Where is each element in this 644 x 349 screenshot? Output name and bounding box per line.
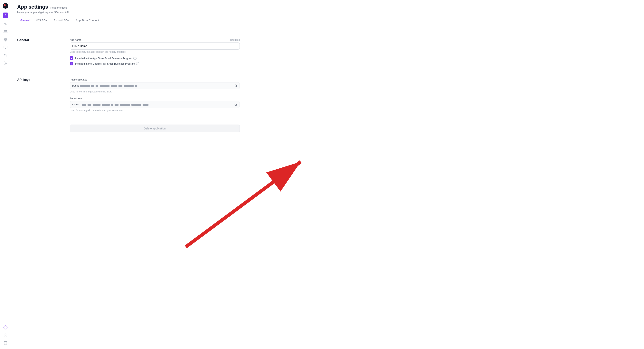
account-icon[interactable] xyxy=(2,332,9,339)
blur-s2 xyxy=(88,104,91,106)
docs-icon[interactable] xyxy=(2,340,9,347)
blur-4 xyxy=(100,85,110,87)
blur-s4 xyxy=(102,104,110,106)
blur-s8 xyxy=(132,104,141,106)
secret-key-text: secret_ xyxy=(72,103,232,106)
integrations-icon[interactable] xyxy=(2,52,9,59)
checkbox-app-store: Included in the App Store Small Business… xyxy=(70,56,240,60)
blur-s1 xyxy=(82,104,86,106)
paywalls-icon[interactable] xyxy=(2,44,9,51)
app-name-label: App name xyxy=(70,38,81,41)
docs-link[interactable]: Read the docs xyxy=(50,6,67,9)
svg-point-11 xyxy=(5,334,6,335)
public-sdk-key-label-row: Public SDK key xyxy=(70,78,240,81)
svg-point-1 xyxy=(4,4,6,6)
api-keys-section-label: API keys xyxy=(17,78,60,112)
api-keys-section-body: Public SDK key public xyxy=(70,78,240,112)
api-keys-section: API keys Public SDK key public xyxy=(17,72,240,118)
svg-rect-13 xyxy=(235,104,236,106)
blur-3 xyxy=(96,85,98,87)
tab-ios-sdk[interactable]: iOS SDK xyxy=(33,17,50,24)
checkbox-google-play: Included in the Google Play Small Busine… xyxy=(70,62,240,66)
page-title: App settings xyxy=(17,4,48,10)
svg-rect-6 xyxy=(4,46,7,48)
users-icon[interactable] xyxy=(2,28,9,35)
public-sdk-key-text: public xyxy=(72,84,232,87)
content-area: General App name Required Used to identi… xyxy=(11,24,246,146)
blur-1 xyxy=(80,85,90,87)
tab-app-store-connect[interactable]: App Store Connect xyxy=(73,17,102,24)
public-sdk-key-label: Public SDK key xyxy=(70,78,87,81)
sidebar: F xyxy=(0,0,11,349)
blur-s3 xyxy=(93,104,100,106)
svg-point-9 xyxy=(4,64,4,64)
blur-s7 xyxy=(120,104,130,106)
tab-general[interactable]: General xyxy=(17,17,33,24)
blur-s9 xyxy=(142,104,148,106)
app-store-help-icon[interactable]: ? xyxy=(134,56,136,60)
general-section-body: App name Required Used to identify the a… xyxy=(70,38,240,66)
blur-6 xyxy=(118,85,122,87)
feeds-icon[interactable] xyxy=(2,60,9,66)
secret-key-field: secret_ xyxy=(70,101,240,108)
svg-point-4 xyxy=(4,38,6,40)
svg-rect-12 xyxy=(235,85,236,87)
sidebar-bottom xyxy=(2,324,9,347)
secret-key-wrapper: secret_ xyxy=(70,101,240,108)
svg-point-5 xyxy=(5,39,6,40)
blur-s6 xyxy=(114,104,118,106)
analytics-icon[interactable] xyxy=(2,20,9,28)
app-name-input[interactable] xyxy=(70,42,240,50)
copy-secret-key-button[interactable] xyxy=(233,102,238,107)
secret-key-label: Secret key xyxy=(70,97,82,100)
app-name-field-label: App name Required xyxy=(70,38,240,41)
blur-s5 xyxy=(111,104,113,106)
targeting-icon[interactable] xyxy=(2,36,9,43)
tab-android-sdk[interactable]: Android SDK xyxy=(50,17,73,24)
page-subtitle: Name your app and get keys for SDK and A… xyxy=(17,11,638,14)
checkbox-group: Included in the App Store Small Business… xyxy=(70,56,240,66)
public-sdk-key-hint: Used for configuring Adapty mobile SDK xyxy=(70,90,240,93)
app-logo[interactable] xyxy=(2,2,9,10)
main-content: App settings Read the docs Name your app… xyxy=(11,0,644,349)
svg-point-2 xyxy=(4,30,6,32)
app-name-required: Required xyxy=(230,38,240,41)
google-play-help-icon[interactable]: ? xyxy=(136,62,139,65)
checkbox-google-play-input[interactable] xyxy=(70,62,73,66)
checkbox-app-store-input[interactable] xyxy=(70,56,73,60)
checkbox-app-store-label: Included in the App Store Small Business… xyxy=(75,56,136,60)
general-section-label: General xyxy=(17,38,60,66)
user-avatar[interactable]: F xyxy=(3,12,8,18)
delete-section: Delete application xyxy=(17,118,240,139)
delete-application-button[interactable]: Delete application xyxy=(70,124,240,132)
page-header: App settings Read the docs Name your app… xyxy=(11,0,644,24)
copy-public-key-button[interactable] xyxy=(233,83,238,88)
svg-point-0 xyxy=(3,3,8,8)
tab-bar: General iOS SDK Android SDK App Store Co… xyxy=(17,17,638,24)
blur-5 xyxy=(111,85,117,87)
public-sdk-key-field: public xyxy=(70,82,240,89)
svg-point-10 xyxy=(5,327,6,328)
secret-key-hint: Used for making API requests from your s… xyxy=(70,109,240,112)
settings-icon[interactable] xyxy=(2,324,9,331)
blur-2 xyxy=(91,85,94,87)
checkbox-google-play-label: Included in the Google Play Small Busine… xyxy=(75,62,139,65)
general-section: General App name Required Used to identi… xyxy=(17,32,240,72)
secret-key-label-row: Secret key xyxy=(70,97,240,100)
public-sdk-key-wrapper: public xyxy=(70,82,240,89)
blur-7 xyxy=(124,85,134,87)
app-name-hint: Used to identify the application in the … xyxy=(70,50,240,53)
blur-8 xyxy=(135,85,137,87)
